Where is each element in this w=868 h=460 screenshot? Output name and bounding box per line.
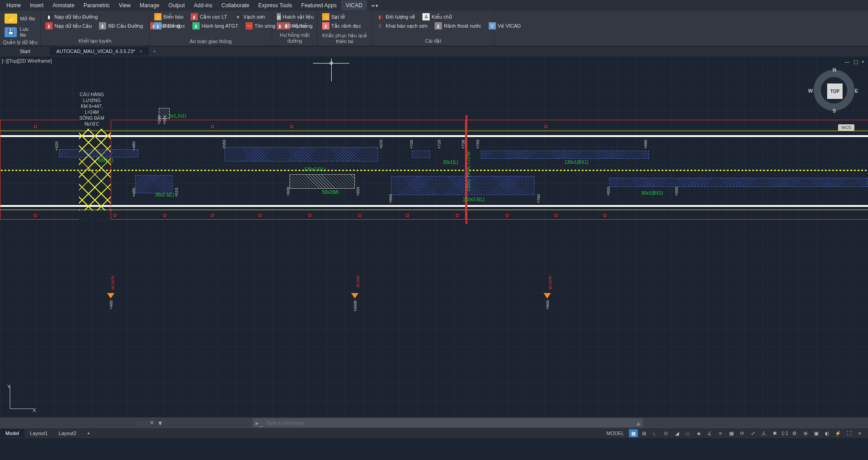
landslide-icon: ⚠ [322, 13, 329, 20]
file-tab[interactable]: AUTOCAD_MAU_VICAD_4.3.5.23* × [50, 47, 149, 55]
station: +670 [379, 140, 383, 149]
menu-vicad[interactable]: VICAD [341, 0, 367, 10]
cycling-icon[interactable]: ⟳ [738, 429, 747, 437]
stake-button[interactable]: ▮Cắm cọc LT [189, 13, 229, 21]
ortho-toggle-icon[interactable]: ∟ [651, 429, 660, 437]
hatch-6 [481, 151, 649, 159]
sign-button[interactable]: ⚠Biển báo [152, 13, 185, 21]
close-tab-icon[interactable]: × [137, 49, 142, 54]
annotation-scale-icon[interactable]: ⤢ [749, 429, 758, 437]
open-file-button[interactable]: 📂Mở file [3, 13, 38, 24]
start-tab[interactable]: Start [0, 47, 50, 55]
cmd-handle-icon[interactable]: ⋮⋮⋮ [136, 421, 147, 426]
warning-sign-icon: ⚠ [154, 13, 162, 20]
paint-line-button[interactable]: ≡Vạch sơn [233, 13, 267, 21]
blockage-button[interactable]: ▮Tắc rãnh đọc [320, 22, 369, 30]
layout2-tab[interactable]: Layout2 [53, 429, 82, 437]
menu-output[interactable]: Output [164, 0, 189, 10]
quick-props-icon[interactable]: ▣ [812, 429, 821, 437]
model-tab[interactable]: Model [0, 429, 25, 437]
maximize-icon[interactable]: ▢ [853, 59, 858, 65]
load-road-data-button[interactable]: ▮Nạp dữ liệu Đường [44, 13, 147, 21]
station: +860 [388, 194, 393, 203]
snap-toggle-icon[interactable]: ⊞ [640, 429, 649, 437]
cmd-close-icon[interactable]: × [147, 419, 157, 427]
transparency-icon[interactable]: ▦ [727, 429, 736, 437]
about-button[interactable]: VVề VICAD [487, 22, 523, 30]
close-icon[interactable]: × [862, 59, 864, 65]
isodraft-icon[interactable]: ◢ [672, 429, 682, 437]
cmd-dropdown-icon[interactable]: ▾ [157, 419, 164, 427]
bridge-icon: ▮ [45, 22, 53, 29]
view-label[interactable]: [−][Top][2D Wireframe] [2, 58, 52, 64]
menu-featured-apps[interactable]: Featured Apps [297, 0, 341, 10]
add-layout-button[interactable]: + [82, 429, 95, 437]
panel-title: Hư hỏng mặt đường [275, 31, 314, 45]
menu-collaborate[interactable]: Collaborate [217, 0, 254, 10]
paint-decl-button[interactable]: KKhai báo vạch sơn [375, 22, 429, 30]
command-input[interactable] [266, 420, 634, 426]
station: +480 [132, 142, 136, 151]
dim-label: 6x1,2x1) [169, 113, 186, 118]
annotation-vis-icon[interactable]: ✱ [770, 429, 780, 437]
new-tab-button[interactable]: + [149, 47, 161, 55]
drawing-viewport[interactable]: [−][Top][2D Wireframe] — ▢ × TOP N E S W… [0, 56, 868, 428]
gear-icon[interactable]: ⚙ [790, 429, 799, 437]
cube-south[interactable]: S [833, 108, 836, 113]
model-label[interactable]: MODEL [604, 429, 627, 437]
menu-overflow[interactable]: ▪▪ ▾ [367, 1, 383, 10]
units-icon[interactable]: ⊕ [801, 429, 810, 437]
menu-annotate[interactable]: Annotate [48, 0, 79, 10]
layout1-tab[interactable]: Layout1 [25, 429, 53, 437]
landslide-button[interactable]: ⚠Sạt lở [320, 13, 369, 21]
hardware-accel-icon[interactable]: ⚡ [834, 429, 843, 437]
load-bridge-data-button[interactable]: ▮Nạp dữ liệu Cầu [44, 22, 93, 30]
ditch-button[interactable]: ▮Rãnh đọc [152, 22, 187, 30]
draw-object-button[interactable]: ◧Đối tượng vẽ [375, 13, 417, 21]
dim-label: 120x2.5(L) [304, 167, 326, 172]
warning-sign-icon [544, 293, 551, 299]
cube-east[interactable]: E [855, 88, 858, 93]
menu-view[interactable]: View [114, 0, 135, 10]
menu-home[interactable]: Home [2, 0, 25, 10]
osnap-toggle-icon[interactable]: □ [683, 429, 692, 437]
menu-parametric[interactable]: Parametric [79, 0, 114, 10]
hatch-material-button[interactable]: ▦Hatch vật liệu [275, 13, 314, 21]
hatch-3 [135, 175, 172, 193]
isolate-icon[interactable]: ◐ [823, 429, 832, 437]
view-cube[interactable]: TOP N E S W [814, 70, 854, 111]
grid-toggle-icon[interactable]: ▦ [629, 429, 638, 437]
station: +700 [409, 140, 414, 149]
lineweight-icon[interactable]: ≡ [716, 429, 725, 437]
bridge-road-map-button[interactable]: ▮BĐ Cầu Đường [97, 22, 145, 30]
damage-map-button[interactable]: ▮BĐ Hư hỏng [275, 22, 314, 30]
cube-west[interactable]: W [808, 88, 813, 93]
cmd-expand-icon[interactable]: ▴ [637, 419, 640, 427]
cube-top-face[interactable]: TOP [827, 83, 843, 99]
station: +460 [109, 300, 113, 309]
menu-express-tools[interactable]: Express Tools [254, 0, 296, 10]
customize-icon[interactable]: ≡ [855, 429, 864, 437]
3dosnap-icon[interactable]: ◈ [694, 429, 703, 437]
bridge-title: CẦU HÀNG LƯƠNG KM 8+447, L=24M SÔNG ĐẦM … [79, 92, 104, 127]
scale-label[interactable]: 1:1 [781, 429, 788, 437]
text-style-button[interactable]: AKiểu chữ [421, 13, 454, 21]
menu-insert[interactable]: Insert [25, 0, 48, 10]
drain-button[interactable]: ▮Rãnh thoát nước [433, 22, 483, 30]
menu-manage[interactable]: Manage [135, 0, 164, 10]
save-file-button[interactable]: 💾Lưu file [3, 25, 38, 39]
cmd-prompt-icon: ▸_ [255, 419, 263, 427]
menu-addins[interactable]: Add-ins [189, 0, 217, 10]
clean-screen-icon[interactable]: ⛶ [844, 429, 853, 437]
cube-north[interactable]: N [833, 67, 836, 73]
station: +800 [545, 300, 550, 309]
polar-toggle-icon[interactable]: ⊙ [662, 429, 671, 437]
corridor-button[interactable]: ▮Hành lang ATGT [191, 22, 240, 30]
minimize-icon[interactable]: — [845, 59, 850, 65]
workspace-icon[interactable]: 人 [760, 429, 769, 437]
station: +500 [157, 115, 162, 124]
blockage-icon: ▮ [322, 22, 329, 29]
otrack-icon[interactable]: ∠ [705, 429, 714, 437]
station: +720 [437, 140, 441, 149]
culvert-label: CỐNG TRÒN, L=17M [466, 152, 471, 191]
